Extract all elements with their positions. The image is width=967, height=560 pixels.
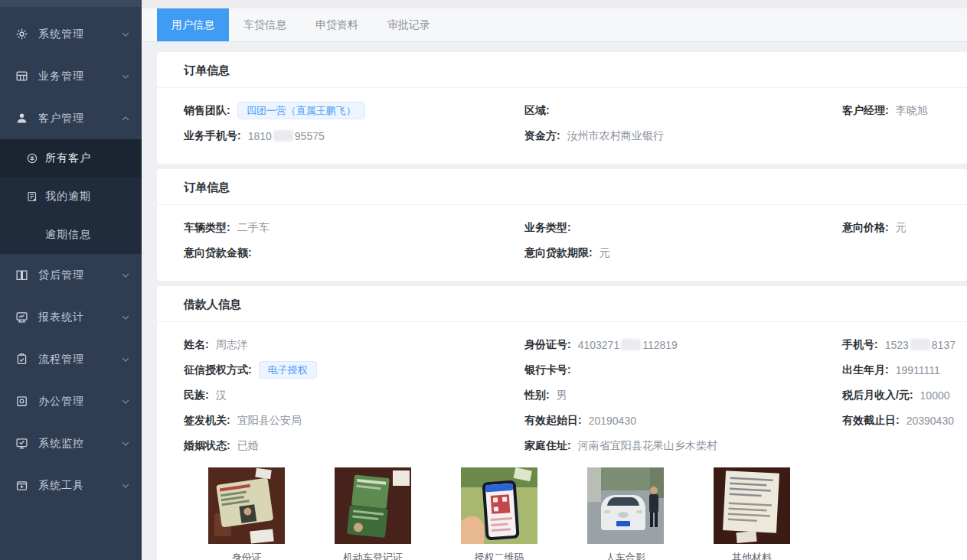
field-mobile: 手机号: 15238137 xyxy=(842,338,967,352)
field-value: 10000 xyxy=(920,389,950,402)
notebook-icon xyxy=(26,190,38,203)
sidebar-item-process-management[interactable]: 流程管理 xyxy=(0,338,142,380)
card-title: 订单信息 xyxy=(184,63,230,77)
field-label: 身份证号: xyxy=(524,338,571,352)
sidebar-item-all-customers[interactable]: 所有客户 xyxy=(0,139,142,177)
sidebar-item-system-tools[interactable]: 系统工具 xyxy=(0,464,142,506)
field-home-address: 家庭住址: 河南省宜阳县花果山乡木柴村 xyxy=(524,439,842,453)
green-book-photo[interactable] xyxy=(335,467,411,544)
field-label: 意向贷款期限: xyxy=(524,246,593,260)
sidebar-item-system-management[interactable]: 系统管理 xyxy=(0,13,142,55)
sidebar-nav: 系统管理 业务管理 客户管理 xyxy=(0,7,142,506)
clipboard-icon xyxy=(15,353,28,366)
field-valid-to: 有效截止日: 20390430 xyxy=(842,414,967,428)
censored-blur xyxy=(273,130,293,142)
sidebar-item-customer-management[interactable]: 客户管理 xyxy=(0,97,142,139)
qr-auth-photo[interactable] xyxy=(461,467,537,544)
tab-user-info[interactable]: 用户信息 xyxy=(157,8,229,41)
field-value: 周志洋 xyxy=(216,338,248,352)
chevron-up-icon xyxy=(122,116,129,121)
order-info-card-1: 订单信息 销售团队: 四团一营（直属王鹏飞） 区域: 客户经理: xyxy=(157,52,967,164)
field-value: 15238137 xyxy=(885,339,956,351)
field-row: 意向贷款金额: 意向贷款期限: 元 xyxy=(184,240,967,265)
sidebar-item-label: 办公管理 xyxy=(38,395,84,409)
sidebar-item-label: 报表统计 xyxy=(38,311,84,324)
card-header: 借款人信息 xyxy=(157,286,967,322)
field-region: 区域: xyxy=(524,104,842,118)
content-top-strip xyxy=(142,0,967,8)
field-label: 性别: xyxy=(524,389,550,402)
sidebar-item-label: 贷后管理 xyxy=(38,269,84,282)
credit-auth-tag: 电子授权 xyxy=(259,361,317,379)
field-issuing-authority: 签发机关: 宜阳县公安局 xyxy=(184,414,524,428)
field-label: 区域: xyxy=(524,104,550,118)
field-value: 元 xyxy=(896,221,907,235)
field-value: 李晓旭 xyxy=(896,104,928,118)
sidebar-item-my-overdue[interactable]: 我的逾期 xyxy=(0,177,142,216)
field-funder: 资金方: 汝州市农村商业银行 xyxy=(524,129,842,143)
field-intent-price: 意向价格: 元 xyxy=(842,221,967,235)
monitor-chart-icon xyxy=(15,311,28,324)
card-title: 借款人信息 xyxy=(184,298,241,311)
tab-approval-records[interactable]: 审批记录 xyxy=(373,8,445,41)
document-photo[interactable] xyxy=(714,467,790,544)
tab-car-loan-info[interactable]: 车贷信息 xyxy=(229,8,301,41)
field-label: 姓名: xyxy=(184,338,209,352)
field-credit-auth-method: 征信授权方式: 电子授权 xyxy=(184,361,524,379)
field-label: 业务类型: xyxy=(524,221,571,235)
field-label: 家庭住址: xyxy=(524,439,571,453)
chevron-down-icon xyxy=(122,315,129,320)
field-monthly-income: 税后月收入/元: 10000 xyxy=(842,389,967,402)
field-bank-card: 银行卡号: xyxy=(524,363,842,377)
attachment-item: 授权二维码 xyxy=(461,467,537,560)
field-label: 销售团队: xyxy=(184,104,230,118)
field-row: 姓名: 周志洋 身份证号: 4103271112819 手机号: 1523813… xyxy=(184,332,967,357)
sidebar-item-business-management[interactable]: 业务管理 xyxy=(0,55,142,97)
sidebar-item-report-statistics[interactable]: 报表统计 xyxy=(0,296,142,338)
field-label: 有效截止日: xyxy=(842,414,900,428)
tab-loan-application-materials[interactable]: 申贷资料 xyxy=(301,8,373,41)
field-value: 汝州市农村商业银行 xyxy=(567,129,664,143)
main-content: 用户信息 车贷信息 申贷资料 审批记录 订单信息 销售团队: 四团一营（直属王鹏… xyxy=(142,0,967,560)
sidebar-item-post-loan-management[interactable]: 贷后管理 xyxy=(0,254,142,296)
field-account-manager: 客户经理: 李晓旭 xyxy=(842,104,967,118)
field-business-phone: 业务手机号: 181095575 xyxy=(184,129,524,143)
sales-team-tag: 四团一营（直属王鹏飞） xyxy=(237,102,365,120)
person-car-photo[interactable] xyxy=(587,467,664,544)
sidebar-item-overdue-info[interactable]: 逾期信息 xyxy=(0,216,142,254)
field-row: 签发机关: 宜阳县公安局 有效起始日: 20190430 有效截止日: 2039… xyxy=(184,408,967,433)
field-value: 19911111 xyxy=(896,364,940,376)
circle-asterisk-icon xyxy=(26,152,38,164)
card-header: 订单信息 xyxy=(157,169,967,205)
chevron-down-icon xyxy=(122,273,129,278)
sidebar-top-strip xyxy=(0,0,142,7)
field-intent-loan-amount: 意向贷款金额: xyxy=(184,246,524,260)
field-value: 20190430 xyxy=(589,415,636,427)
sidebar-item-label: 系统监控 xyxy=(38,437,84,451)
attachment-gallery: 身份证 xyxy=(184,467,967,560)
field-value: 20390430 xyxy=(907,415,954,427)
grid-icon xyxy=(15,70,28,83)
field-name: 姓名: 周志洋 xyxy=(184,338,524,352)
field-label: 出生年月: xyxy=(842,363,889,377)
field-label: 意向价格: xyxy=(842,221,889,235)
chevron-down-icon xyxy=(122,483,129,488)
field-value: 宜阳县公安局 xyxy=(237,414,302,428)
sidebar-item-office-management[interactable]: 办公管理 xyxy=(0,380,142,422)
tab-panel-user-info: 订单信息 销售团队: 四团一营（直属王鹏飞） 区域: 客户经理: xyxy=(142,42,967,560)
customer-management-submenu: 所有客户 我的逾期 逾期信息 xyxy=(0,139,142,254)
chevron-down-icon xyxy=(122,399,129,404)
field-value: 河南省宜阳县花果山乡木柴村 xyxy=(578,439,717,453)
field-label: 手机号: xyxy=(842,338,878,352)
field-row: 车辆类型: 二手车 业务类型: 意向价格: 元 xyxy=(184,215,967,240)
card-header: 订单信息 xyxy=(157,52,967,88)
borrower-info-card: 借款人信息 姓名: 周志洋 身份证号: 4103271112819 手机 xyxy=(157,286,967,560)
sidebar: 系统管理 业务管理 客户管理 xyxy=(0,0,142,560)
sidebar-item-system-monitoring[interactable]: 系统监控 xyxy=(0,422,142,464)
field-valid-from: 有效起始日: 20190430 xyxy=(524,414,842,428)
id-card-photo[interactable] xyxy=(208,467,285,544)
user-icon xyxy=(15,112,28,125)
card-body: 车辆类型: 二手车 业务类型: 意向价格: 元 xyxy=(157,205,967,281)
field-row: 销售团队: 四团一营（直属王鹏飞） 区域: 客户经理: 李晓旭 xyxy=(184,98,967,123)
card-body: 销售团队: 四团一营（直属王鹏飞） 区域: 客户经理: 李晓旭 xyxy=(157,88,967,164)
